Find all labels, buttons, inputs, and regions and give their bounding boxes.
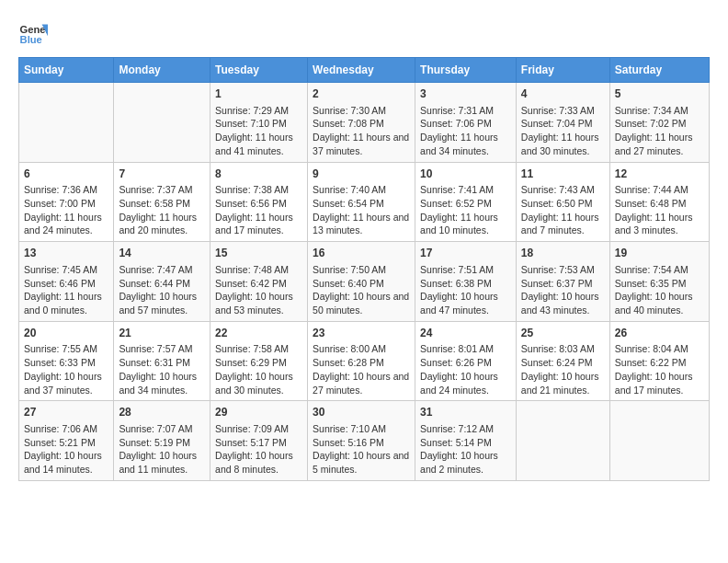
calendar-body: 1Sunrise: 7:29 AM Sunset: 7:10 PM Daylig… [19, 83, 710, 481]
day-number: 22 [215, 326, 302, 341]
day-info: Sunrise: 7:33 AM Sunset: 7:04 PM Dayligh… [521, 104, 605, 158]
day-number: 18 [521, 246, 605, 261]
calendar-cell: 21Sunrise: 7:57 AM Sunset: 6:31 PM Dayli… [114, 321, 210, 401]
day-info: Sunrise: 7:44 AM Sunset: 6:48 PM Dayligh… [615, 183, 704, 237]
svg-text:Blue: Blue [20, 34, 42, 45]
calendar-cell: 18Sunrise: 7:53 AM Sunset: 6:37 PM Dayli… [516, 242, 609, 322]
day-info: Sunrise: 7:45 AM Sunset: 6:46 PM Dayligh… [24, 263, 108, 317]
day-info: Sunrise: 7:30 AM Sunset: 7:08 PM Dayligh… [313, 104, 410, 158]
day-info: Sunrise: 7:50 AM Sunset: 6:40 PM Dayligh… [313, 263, 410, 317]
calendar-cell: 26Sunrise: 8:04 AM Sunset: 6:22 PM Dayli… [609, 321, 709, 401]
calendar-week-row: 13Sunrise: 7:45 AM Sunset: 6:46 PM Dayli… [19, 242, 710, 322]
day-number: 28 [119, 405, 205, 420]
calendar-week-row: 20Sunrise: 7:55 AM Sunset: 6:33 PM Dayli… [19, 321, 710, 401]
day-number: 30 [313, 405, 410, 420]
day-info: Sunrise: 7:53 AM Sunset: 6:37 PM Dayligh… [521, 263, 605, 317]
logo-icon: General Blue [18, 18, 48, 48]
page-header: General Blue [18, 18, 710, 48]
calendar-cell: 1Sunrise: 7:29 AM Sunset: 7:10 PM Daylig… [210, 83, 308, 163]
calendar-cell: 5Sunrise: 7:34 AM Sunset: 7:02 PM Daylig… [609, 83, 709, 163]
day-info: Sunrise: 7:48 AM Sunset: 6:42 PM Dayligh… [215, 263, 302, 317]
day-number: 31 [420, 405, 511, 420]
day-number: 23 [313, 326, 410, 341]
calendar-cell [19, 83, 114, 163]
weekday-header-thursday: Thursday [415, 58, 517, 83]
day-number: 6 [24, 167, 108, 182]
calendar-cell: 8Sunrise: 7:38 AM Sunset: 6:56 PM Daylig… [210, 162, 308, 242]
day-info: Sunrise: 7:10 AM Sunset: 5:16 PM Dayligh… [313, 422, 410, 477]
day-number: 15 [215, 246, 302, 261]
calendar-week-row: 1Sunrise: 7:29 AM Sunset: 7:10 PM Daylig… [19, 83, 710, 163]
day-number: 9 [313, 167, 410, 182]
calendar-cell: 12Sunrise: 7:44 AM Sunset: 6:48 PM Dayli… [609, 162, 709, 242]
calendar-cell [609, 401, 709, 481]
weekday-header-saturday: Saturday [609, 58, 709, 83]
weekday-header-monday: Monday [114, 58, 210, 83]
day-number: 1 [215, 86, 302, 102]
day-info: Sunrise: 8:00 AM Sunset: 6:28 PM Dayligh… [313, 342, 410, 396]
calendar-cell: 23Sunrise: 8:00 AM Sunset: 6:28 PM Dayli… [308, 321, 415, 401]
day-number: 16 [313, 246, 410, 261]
calendar-cell: 30Sunrise: 7:10 AM Sunset: 5:16 PM Dayli… [308, 401, 415, 481]
day-info: Sunrise: 8:04 AM Sunset: 6:22 PM Dayligh… [615, 342, 704, 396]
day-info: Sunrise: 7:57 AM Sunset: 6:31 PM Dayligh… [119, 342, 205, 396]
calendar-week-row: 27Sunrise: 7:06 AM Sunset: 5:21 PM Dayli… [19, 401, 710, 481]
day-info: Sunrise: 7:09 AM Sunset: 5:17 PM Dayligh… [215, 422, 302, 477]
day-info: Sunrise: 7:54 AM Sunset: 6:35 PM Dayligh… [615, 263, 704, 317]
day-number: 24 [420, 326, 511, 341]
calendar-week-row: 6Sunrise: 7:36 AM Sunset: 7:00 PM Daylig… [19, 162, 710, 242]
calendar-cell: 22Sunrise: 7:58 AM Sunset: 6:29 PM Dayli… [210, 321, 308, 401]
day-info: Sunrise: 7:36 AM Sunset: 7:00 PM Dayligh… [24, 183, 108, 237]
calendar-cell: 11Sunrise: 7:43 AM Sunset: 6:50 PM Dayli… [516, 162, 609, 242]
calendar-cell: 19Sunrise: 7:54 AM Sunset: 6:35 PM Dayli… [609, 242, 709, 322]
day-number: 27 [24, 405, 108, 420]
day-number: 20 [24, 326, 108, 341]
calendar-cell: 24Sunrise: 8:01 AM Sunset: 6:26 PM Dayli… [415, 321, 517, 401]
logo: General Blue [18, 18, 48, 48]
calendar-cell: 6Sunrise: 7:36 AM Sunset: 7:00 PM Daylig… [19, 162, 114, 242]
calendar-cell: 7Sunrise: 7:37 AM Sunset: 6:58 PM Daylig… [114, 162, 210, 242]
day-number: 13 [24, 246, 108, 261]
calendar-cell: 16Sunrise: 7:50 AM Sunset: 6:40 PM Dayli… [308, 242, 415, 322]
weekday-header-wednesday: Wednesday [308, 58, 415, 83]
calendar-cell: 13Sunrise: 7:45 AM Sunset: 6:46 PM Dayli… [19, 242, 114, 322]
day-info: Sunrise: 7:34 AM Sunset: 7:02 PM Dayligh… [615, 104, 704, 158]
day-info: Sunrise: 7:38 AM Sunset: 6:56 PM Dayligh… [215, 183, 302, 237]
calendar-cell: 2Sunrise: 7:30 AM Sunset: 7:08 PM Daylig… [308, 83, 415, 163]
day-number: 21 [119, 326, 205, 341]
calendar-cell: 15Sunrise: 7:48 AM Sunset: 6:42 PM Dayli… [210, 242, 308, 322]
day-number: 10 [420, 167, 511, 182]
day-info: Sunrise: 7:12 AM Sunset: 5:14 PM Dayligh… [420, 422, 511, 477]
calendar-cell: 9Sunrise: 7:40 AM Sunset: 6:54 PM Daylig… [308, 162, 415, 242]
calendar-cell: 31Sunrise: 7:12 AM Sunset: 5:14 PM Dayli… [415, 401, 517, 481]
day-number: 4 [521, 86, 605, 102]
day-number: 14 [119, 246, 205, 261]
day-number: 2 [313, 86, 410, 102]
day-number: 26 [615, 326, 704, 341]
calendar-cell: 4Sunrise: 7:33 AM Sunset: 7:04 PM Daylig… [516, 83, 609, 163]
day-info: Sunrise: 8:03 AM Sunset: 6:24 PM Dayligh… [521, 342, 605, 396]
day-number: 7 [119, 167, 205, 182]
day-number: 25 [521, 326, 605, 341]
day-number: 5 [615, 86, 704, 102]
calendar-cell: 17Sunrise: 7:51 AM Sunset: 6:38 PM Dayli… [415, 242, 517, 322]
calendar-header: SundayMondayTuesdayWednesdayThursdayFrid… [19, 58, 710, 83]
day-info: Sunrise: 7:40 AM Sunset: 6:54 PM Dayligh… [313, 183, 410, 237]
day-info: Sunrise: 7:58 AM Sunset: 6:29 PM Dayligh… [215, 342, 302, 396]
day-number: 29 [215, 405, 302, 420]
calendar-cell: 20Sunrise: 7:55 AM Sunset: 6:33 PM Dayli… [19, 321, 114, 401]
calendar-cell [114, 83, 210, 163]
calendar-cell: 3Sunrise: 7:31 AM Sunset: 7:06 PM Daylig… [415, 83, 517, 163]
day-info: Sunrise: 7:41 AM Sunset: 6:52 PM Dayligh… [420, 183, 511, 237]
day-info: Sunrise: 7:47 AM Sunset: 6:44 PM Dayligh… [119, 263, 205, 317]
calendar-table: SundayMondayTuesdayWednesdayThursdayFrid… [18, 57, 710, 481]
weekday-header-sunday: Sunday [19, 58, 114, 83]
day-number: 19 [615, 246, 704, 261]
weekday-header-tuesday: Tuesday [210, 58, 308, 83]
day-number: 17 [420, 246, 511, 261]
day-number: 12 [615, 167, 704, 182]
weekday-header-row: SundayMondayTuesdayWednesdayThursdayFrid… [19, 58, 710, 83]
day-info: Sunrise: 7:43 AM Sunset: 6:50 PM Dayligh… [521, 183, 605, 237]
day-info: Sunrise: 7:37 AM Sunset: 6:58 PM Dayligh… [119, 183, 205, 237]
day-info: Sunrise: 8:01 AM Sunset: 6:26 PM Dayligh… [420, 342, 511, 396]
